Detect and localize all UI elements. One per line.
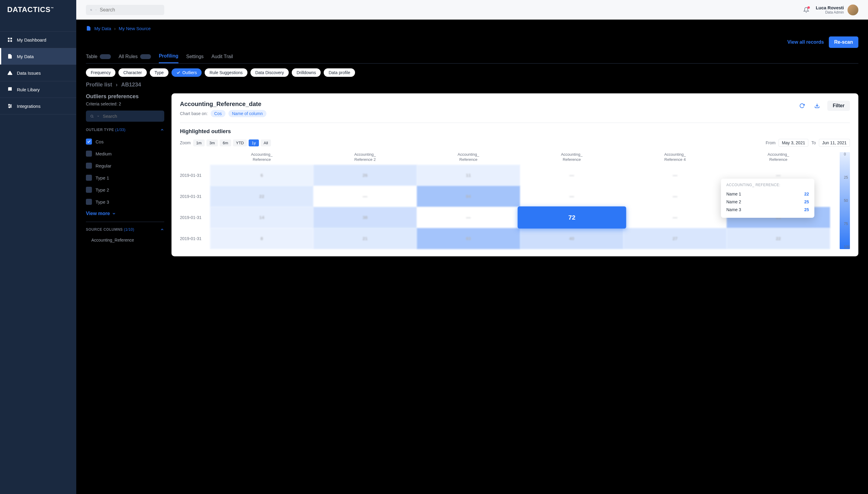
chip-type[interactable]: Type [150,69,168,77]
view-more-link[interactable]: View more [86,208,164,222]
brand-logo: DATACTICS™ [0,0,76,19]
file-icon [7,54,13,59]
rescan-button[interactable]: Re-scan [829,36,858,48]
tab-audit-trail[interactable]: Audit Trail [211,53,233,63]
heatmap-cell[interactable]: --- [520,186,624,207]
heatmap-cell[interactable]: 22 [727,228,830,249]
heatmap-cell[interactable]: 26 [313,165,417,186]
heatmap-cell[interactable]: --- [623,165,727,186]
heatmap-cell[interactable]: 14 [210,207,313,228]
sidebar-item-rule-libary[interactable]: Rule Libary [0,81,76,98]
svg-point-10 [90,9,92,10]
sidebar-item-data-issues[interactable]: Data Issues [0,64,76,81]
heatmap-row-label: 2019-01-31 [180,207,210,228]
heatmap-cell[interactable]: --- [623,186,727,207]
checkbox [86,163,92,169]
heatmap-cell[interactable]: 8 [210,228,313,249]
nav-label: My Data [17,54,34,59]
heatmap-cell[interactable]: 27 [623,228,727,249]
heatmap-column-header: Accounting_Reference [727,152,830,163]
svg-point-8 [11,106,12,107]
heatmap-cell[interactable]: 6 [210,165,313,186]
refresh-button[interactable] [797,101,807,111]
breadcrumb-item[interactable]: My New Source [119,26,151,31]
chip-character[interactable]: Character [118,69,146,77]
tab-settings[interactable]: Settings [186,53,204,63]
search-input[interactable] [100,7,160,13]
legend-tick: 0 [844,152,850,156]
heatmap-cell[interactable]: 83 [417,228,520,249]
svg-point-9 [9,107,10,108]
sidebar-item-integrations[interactable]: Integrations [0,98,76,114]
nav-label: Integrations [17,103,40,109]
svg-rect-0 [8,38,10,39]
type-checkbox-medium[interactable]: Medium [86,148,164,160]
sidebar-item-my-dashboard[interactable]: My Dashboard [0,31,76,48]
prefs-search[interactable] [86,111,164,122]
checkbox [86,199,92,205]
chip-data-discovery[interactable]: Data Discovery [251,69,289,77]
checkbox [86,138,92,145]
nav-label: My Dashboard [17,37,47,42]
zoom-3m[interactable]: 3m [206,139,218,146]
heatmap-cell[interactable]: 84 [417,186,520,207]
view-all-records-link[interactable]: View all records [787,39,824,45]
tab-badge: 00 [140,54,151,59]
heatmap-cell[interactable]: --- [313,186,417,207]
svg-point-12 [91,115,93,117]
source-column-item[interactable]: Accounting_Reference [86,235,164,243]
zoom-1m[interactable]: 1m [193,139,205,146]
zoom-6m[interactable]: 6m [220,139,231,146]
heatmap-cell[interactable]: --- [623,207,727,228]
heatmap-column-header: Accounting_Reference 2 [313,152,417,163]
tab-table[interactable]: Table00 [86,53,111,63]
checkbox [86,151,92,157]
tab-all-rules[interactable]: All Rules00 [119,53,151,63]
zoom-1y[interactable]: 1y [248,139,259,146]
type-checkbox-type-1[interactable]: Type 1 [86,172,164,184]
chip-outliers[interactable]: Outliers [171,69,202,77]
chip-rule-suggestions[interactable]: Rule Suggestions [205,69,247,77]
notifications-button[interactable] [803,7,809,13]
source-columns-section[interactable]: SOURCE COLUMNS (1/10) [86,227,164,232]
type-checkbox-type-3[interactable]: Type 3 [86,196,164,208]
from-date[interactable]: May 3, 2021 [778,139,808,147]
type-checkbox-regular[interactable]: Regular [86,160,164,172]
type-checkbox-type-2[interactable]: Type 2 [86,184,164,196]
tab-profiling[interactable]: Profiling [159,53,179,63]
profile-chips: FrequencyCharacterTypeOutliersRule Sugge… [86,69,858,77]
filter-pill[interactable]: Name of column [228,110,266,117]
type-checkbox-cos[interactable]: Cos [86,136,164,148]
heatmap-tooltip: ACCOUNTING_ REFERENCE: Name 122Name 225N… [721,178,814,218]
chevron-down-icon [95,8,97,12]
outlier-type-section[interactable]: OUTLIER TYPE (1/33) [86,128,164,132]
heatmap-cell[interactable]: 11 [417,165,520,186]
filter-button[interactable]: Filter [827,101,850,111]
chip-data-profile[interactable]: Data profile [324,69,355,77]
breadcrumb-item[interactable]: My Data [94,26,111,31]
breadcrumb: My Data › My New Source [86,25,858,31]
global-search[interactable] [86,5,164,15]
heatmap-cell[interactable]: 72 [517,206,626,229]
zoom-all[interactable]: All [261,139,271,146]
heatmap-cell[interactable]: --- [520,165,624,186]
chip-drilldowns[interactable]: Drilldowns [292,69,321,77]
chip-frequency[interactable]: Frequency [86,69,115,77]
prefs-search-input[interactable] [103,114,160,119]
legend-tick: 50 [844,198,850,203]
notification-dot [808,6,810,9]
download-button[interactable] [812,101,822,111]
to-label: To [811,140,816,145]
user-menu[interactable]: Luca Rovesti Data Admin [816,4,858,15]
heatmap-cell[interactable]: 22 [210,186,313,207]
heatmap-cell[interactable]: 38 [313,207,417,228]
topbar: Luca Rovesti Data Admin [76,0,868,20]
sidebar-item-my-data[interactable]: My Data [0,48,76,64]
heatmap-cell[interactable]: --- [417,207,520,228]
to-date[interactable]: Jun 11, 2021 [819,139,850,147]
heatmap-cell[interactable]: 21 [313,228,417,249]
heatmap-cell[interactable]: 40 [520,228,624,249]
sliders-icon [7,103,13,109]
filter-pill[interactable]: Cos [211,110,225,117]
zoom-ytd[interactable]: YTD [233,139,247,146]
